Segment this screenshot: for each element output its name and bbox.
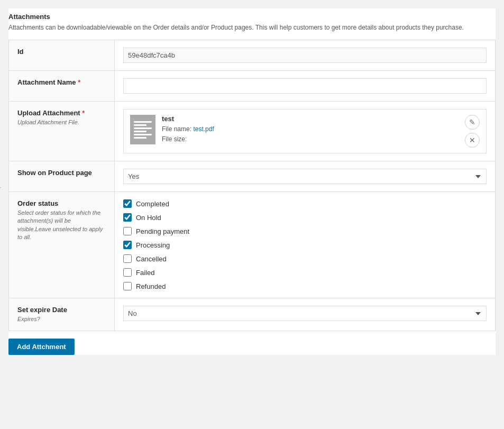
set-expire-date-label: Set expire Date xyxy=(17,306,67,314)
upload-attachment-row: Upload Attachment * Upload Attachment Fi… xyxy=(9,102,496,161)
checkbox-pending-payment-label: Pending payment xyxy=(136,227,189,235)
id-row: Id xyxy=(9,40,496,71)
checkbox-failed[interactable]: Failed xyxy=(123,268,487,277)
close-icon: ✕ xyxy=(469,136,475,144)
id-input[interactable] xyxy=(123,48,487,63)
checkbox-pending-payment-input[interactable] xyxy=(123,227,132,235)
file-icon-line-2 xyxy=(134,124,146,126)
set-expire-date-row: Set expire Date Expires? No Yes xyxy=(9,298,496,331)
required-marker: * xyxy=(78,78,80,86)
remove-attachment-button[interactable]: ✕ xyxy=(465,133,480,148)
row-number: 1 xyxy=(0,182,1,189)
section-desc: Attachments can be downloadable/viewable… xyxy=(8,23,496,32)
attachment-display-name: test xyxy=(162,115,460,123)
show-on-product-row: Show on Product page Yes No xyxy=(9,161,496,192)
file-icon-line-6 xyxy=(134,137,146,139)
checkbox-pending-payment[interactable]: Pending payment xyxy=(123,227,487,235)
edit-attachment-button[interactable]: ✎ xyxy=(465,115,480,130)
checkbox-cancelled-label: Cancelled xyxy=(136,255,167,263)
set-expire-date-desc: Expires? xyxy=(17,315,106,323)
checkbox-failed-input[interactable] xyxy=(123,268,132,277)
checkbox-processing-label: Processing xyxy=(136,241,170,249)
attachment-name-label-cell: Attachment Name * xyxy=(9,71,115,102)
attachment-info: test File name: test.pdf File size: xyxy=(162,115,460,144)
show-on-product-select[interactable]: Yes No xyxy=(123,169,487,184)
set-expire-date-value-cell: No Yes xyxy=(115,298,496,331)
upload-required-marker: * xyxy=(82,109,85,117)
file-link[interactable]: test.pdf xyxy=(193,125,214,133)
attachment-name-label: Attachment Name * xyxy=(17,78,80,86)
show-on-product-value-cell: Yes No xyxy=(115,161,496,192)
attachment-actions: ✎ ✕ xyxy=(465,115,480,148)
checkbox-completed-input[interactable] xyxy=(123,199,132,208)
form-table: Id Attachment Name * xyxy=(8,40,496,331)
file-icon-line-4 xyxy=(134,131,146,132)
show-on-product-label-cell: Show on Product page xyxy=(9,161,115,192)
attachment-meta: File name: test.pdf File size: xyxy=(162,124,460,144)
show-on-product-label: Show on Product page xyxy=(17,169,92,177)
order-status-desc: Select order status for which the attach… xyxy=(17,209,106,242)
upload-attachment-label: Upload Attachment * xyxy=(17,109,85,117)
order-status-value-cell: Completed On Hold Pending payment xyxy=(115,192,496,298)
file-icon-line-3 xyxy=(134,127,152,129)
checkbox-on-hold-label: On Hold xyxy=(136,214,161,222)
edit-icon: ✎ xyxy=(469,118,475,126)
attachment-preview: test File name: test.pdf File size: xyxy=(123,109,487,153)
order-status-label-cell: Order status Select order status for whi… xyxy=(9,192,115,298)
checkbox-refunded[interactable]: Refunded xyxy=(123,282,487,290)
checkbox-on-hold-input[interactable] xyxy=(123,213,132,222)
file-icon-lines xyxy=(134,121,152,139)
id-label: Id xyxy=(17,48,24,56)
attachment-name-row: Attachment Name * xyxy=(9,71,496,102)
upload-attachment-desc: Upload Attachment File. xyxy=(17,118,106,126)
id-value-cell xyxy=(115,40,496,71)
file-size-label: File size: xyxy=(162,135,187,143)
order-status-row: Order status Select order status for whi… xyxy=(9,192,496,298)
file-icon-line-5 xyxy=(134,134,152,135)
set-expire-date-select[interactable]: No Yes xyxy=(123,306,487,321)
checkbox-refunded-input[interactable] xyxy=(123,282,132,290)
attachment-name-value-cell xyxy=(115,71,496,102)
upload-attachment-value-cell: test File name: test.pdf File size: xyxy=(115,102,496,161)
attachment-name-input[interactable] xyxy=(123,78,487,94)
checkbox-processing-input[interactable] xyxy=(123,241,132,249)
checkbox-on-hold[interactable]: On Hold xyxy=(123,213,487,222)
set-expire-date-label-cell: Set expire Date Expires? xyxy=(9,298,115,331)
checkbox-completed-label: Completed xyxy=(136,200,169,208)
file-icon-line-1 xyxy=(134,121,152,123)
file-name-label: File name: xyxy=(162,125,191,133)
checkbox-failed-label: Failed xyxy=(136,269,154,277)
order-status-label: Order status xyxy=(17,199,58,207)
section-title: Attachments xyxy=(8,13,496,21)
checkbox-refunded-label: Refunded xyxy=(136,282,166,290)
checkbox-completed[interactable]: Completed xyxy=(123,199,487,208)
file-icon xyxy=(130,115,155,144)
upload-attachment-label-cell: Upload Attachment * Upload Attachment Fi… xyxy=(9,102,115,161)
checkbox-cancelled[interactable]: Cancelled xyxy=(123,254,487,263)
id-label-cell: Id xyxy=(9,40,115,71)
checkbox-processing[interactable]: Processing xyxy=(123,241,487,249)
add-attachment-button[interactable]: Add Attchment xyxy=(8,339,75,355)
checkbox-cancelled-input[interactable] xyxy=(123,254,132,263)
order-status-checkbox-group: Completed On Hold Pending payment xyxy=(123,199,487,290)
